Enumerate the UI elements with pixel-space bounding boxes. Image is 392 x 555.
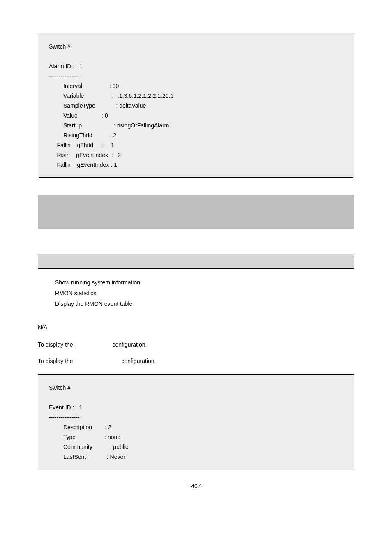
blank bbox=[49, 393, 343, 402]
page-number: -407- bbox=[38, 483, 354, 489]
blank bbox=[49, 51, 343, 61]
s2b: configuration. bbox=[121, 358, 156, 364]
gray-band bbox=[38, 195, 354, 229]
event-output-box: Switch # Event ID : 1 ---------------- D… bbox=[38, 374, 354, 470]
row: Value : 0 bbox=[49, 111, 343, 120]
row: Description : 2 bbox=[49, 422, 343, 432]
alarm-id: Alarm ID : 1 bbox=[49, 61, 343, 71]
desc-line: RMON statistics bbox=[55, 288, 354, 298]
empty-header-box bbox=[38, 254, 354, 269]
row: Variable : .1.3.6.1.2.1.2.2.1.20.1 bbox=[49, 91, 343, 101]
row: SampleType : deltaValue bbox=[49, 101, 343, 111]
row: RisingThrld : 2 bbox=[49, 130, 343, 140]
row: Risin gEventIndex : 2 bbox=[49, 150, 343, 160]
dashes: ---------------- bbox=[49, 412, 343, 422]
row: Startup : risingOrFallingAlarm bbox=[49, 120, 343, 130]
event-id: Event ID : 1 bbox=[49, 402, 343, 412]
prompt: Switch # bbox=[49, 42, 343, 51]
description-list: Show running system information RMON sta… bbox=[55, 277, 354, 309]
s1a: To display the bbox=[38, 341, 75, 348]
sentence-2: To display the configuration. bbox=[38, 358, 354, 364]
alarm-output-box: Switch # Alarm ID : 1 ---------------- I… bbox=[38, 33, 354, 178]
na-label: N/A bbox=[38, 324, 354, 331]
row: Fallin gThrld : 1 bbox=[49, 140, 343, 150]
s1b: configuration. bbox=[112, 341, 147, 348]
row: Community : public bbox=[49, 442, 343, 452]
dashes: ---------------- bbox=[49, 71, 343, 81]
row: Type : none bbox=[49, 432, 343, 442]
sentence-1: To display the configuration. bbox=[38, 341, 354, 348]
desc-line: Display the RMON event table bbox=[55, 298, 354, 309]
s2a: To display the bbox=[38, 358, 75, 364]
desc-line: Show running system information bbox=[55, 277, 354, 288]
prompt: Switch # bbox=[49, 383, 343, 393]
row: LastSent : Never bbox=[49, 452, 343, 462]
row: Fallin gEventIndex : 1 bbox=[49, 160, 343, 170]
row: Interval : 30 bbox=[49, 81, 343, 91]
